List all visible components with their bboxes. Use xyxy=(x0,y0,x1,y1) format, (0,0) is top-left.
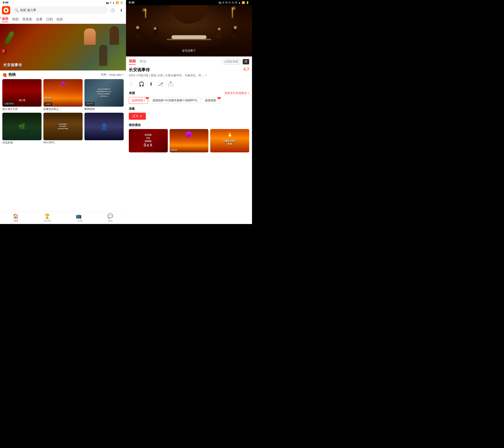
tab-following[interactable]: 追番 xyxy=(36,17,42,22)
search-query: 良医 第六季 xyxy=(20,8,36,12)
nav-home-label: 首页 xyxy=(14,219,18,223)
hot-section-title: 🍓 热映 xyxy=(2,72,16,77)
nav-mine-label: 我的 xyxy=(108,219,113,223)
font-icon-right: A xyxy=(223,1,224,4)
recommend-thumb-2: 😈 9月28日 xyxy=(170,129,209,152)
mine-icon: 💬 xyxy=(107,213,113,219)
header-icons: 🕐 ⬇ xyxy=(110,7,124,13)
official-site-link[interactable]: 官网：mysp.app > xyxy=(101,73,124,77)
movie-card-2[interactable]: 😈 9月28日 1080P 好像也没那么… xyxy=(43,79,83,111)
movie-name-2: 好像也没那么… xyxy=(43,107,83,111)
camera-icon-right: 📷 xyxy=(218,1,222,4)
movie-card-1[interactable]: 画江湖 12蓝光9日 画江湖之天罡 xyxy=(2,79,41,111)
history-icon[interactable]: 🕐 xyxy=(110,7,116,13)
logo-eye-icon xyxy=(3,8,9,13)
search-bar[interactable]: 🔍 良医 第六季 xyxy=(12,6,108,14)
tab-comments[interactable]: 评论 xyxy=(140,59,146,64)
movie-card-6[interactable]: 👤 xyxy=(85,113,124,144)
favorite-icon[interactable]: ☆ xyxy=(129,81,134,87)
source-label: 来源 xyxy=(129,91,135,95)
nav-mine[interactable]: 💬 我的 xyxy=(94,213,126,223)
source-btn-zhong[interactable]: 超级线路-中(加载失败换个线路即可) xyxy=(150,97,200,104)
movie-badge-1: 12蓝光9日 xyxy=(3,102,15,106)
danmaku-send-button[interactable]: 弹 xyxy=(243,59,249,64)
pause-icon: ⏸ xyxy=(140,115,142,118)
download-action-icon[interactable]: ⬇ xyxy=(149,81,153,87)
movie-card-5[interactable]: DICAPRIODE NIROGLADSTONE KILLERS... xyxy=(43,113,83,144)
hero-title: 长安诡事传 xyxy=(3,63,22,68)
nav-home[interactable]: 🏠 首页 xyxy=(0,213,32,223)
headphone-icon[interactable]: 🎧 xyxy=(139,81,144,87)
signal-icon-right: 📶 xyxy=(242,1,245,4)
nav-tabs: 推荐 韩剧 英美剧 追番 汉剧 短剧 xyxy=(0,15,126,24)
movie-thumb-5: DICAPRIODE NIROGLADSTONE xyxy=(43,113,83,140)
action-row: ☆ 🎧 ⬇ ⎇ 📩 xyxy=(129,80,249,88)
tab-us-uk[interactable]: 英美剧 xyxy=(22,17,32,22)
nav-together[interactable]: 📺 一起看 xyxy=(63,213,94,223)
movie-name-4: 河流奔涌 xyxy=(2,141,41,144)
zhihu-icon: 知 xyxy=(225,1,228,4)
home-icon: 🏠 xyxy=(13,213,19,219)
xian-icon: 陷 xyxy=(235,1,237,4)
movie-thumb-4: 🌿 xyxy=(2,113,41,140)
episode-label: 正片 xyxy=(132,114,139,118)
tab-recommend[interactable]: 推荐 xyxy=(2,17,8,22)
episode-main-button[interactable]: 正片 ⏸ xyxy=(129,113,146,120)
lun-icon: 沦 xyxy=(232,1,234,4)
nav-ranking[interactable]: 🏆 排行榜 xyxy=(32,213,63,223)
source-buttons: 超级线路-τ 1 超级线路-中(加载失败换个线路即可) 超级线路- 1 xyxy=(129,97,249,104)
source-btn-tau[interactable]: 超级线路-τ 1 xyxy=(129,97,148,104)
bai-icon: 白 xyxy=(228,1,231,4)
right-panel: 9:44 📷 A 知 白 沦 陷 ▲ 📶 🔋 xyxy=(126,0,252,224)
left-status-icons: 📷 A ▲ 📶 🔋 xyxy=(106,1,123,4)
show-title: 长安诡事传 xyxy=(129,67,150,72)
danmaku-input[interactable]: 点我发弹幕 xyxy=(222,59,241,65)
battery-icon: 🔋 xyxy=(120,1,123,4)
movie-name-5: KILLERS... xyxy=(43,141,83,144)
nav-ranking-label: 排行榜 xyxy=(44,219,51,223)
tab-video[interactable]: 视频 xyxy=(129,59,136,65)
right-status-time: 9:44 xyxy=(129,1,134,4)
source-row: 来源 更新至长安诡事传 > xyxy=(129,91,249,95)
tab-korean[interactable]: 韩剧 xyxy=(12,17,19,22)
recommend-card-2[interactable]: 😈 9月28日 xyxy=(170,129,209,152)
detail-section: 视频 评论 点我发弹幕 弹 长安诡事传 4.7 2023 | 中国大陆 | 悬疑… xyxy=(126,56,252,224)
search-icon: 🔍 xyxy=(15,9,19,12)
movie-card-3[interactable]: JULIA ROBERTSMAHERSHALA ALIETHAN HAWKEMY… xyxy=(85,79,124,111)
movie-thumb-3: JULIA ROBERTSMAHERSHALA ALIETHAN HAWKEMY… xyxy=(85,79,124,107)
nav-together-label: 一起看 xyxy=(75,219,82,223)
recommend-thumb-3: 🔥 好像也没那么热浪 xyxy=(210,129,249,152)
howto-sex-poster: HOW TO HAVE SeX xyxy=(129,129,168,152)
hero-banner[interactable]: 长安诡事传 长安诡事传 xyxy=(0,24,126,71)
tab-chinese[interactable]: 汉剧 xyxy=(46,17,53,22)
update-link[interactable]: 更新至长安诡事传 > xyxy=(224,91,249,95)
inbox-icon[interactable]: 📩 xyxy=(168,81,174,87)
right-status-bar: 9:44 📷 A 知 白 沦 陷 ▲ 📶 🔋 xyxy=(126,0,252,5)
font-icon: A xyxy=(110,1,111,4)
rating: 4.7 xyxy=(243,67,249,72)
right-status-icons: 📷 A 知 白 沦 陷 ▲ 📶 🔋 xyxy=(218,1,249,4)
signal-icon: 📶 xyxy=(116,1,119,4)
wifi-icon: ▲ xyxy=(112,1,115,4)
app-logo[interactable] xyxy=(2,6,10,15)
share-icon[interactable]: ⎇ xyxy=(158,81,163,87)
source-badge-3: 1 xyxy=(217,97,221,99)
movie-thumb-2: 😈 9月28日 1080P xyxy=(43,79,83,107)
recommend-card-1[interactable]: HOW TO HAVE SeX xyxy=(129,129,168,152)
ranking-icon: 🏆 xyxy=(44,213,50,219)
movie-name-1: 画江湖之天罡 xyxy=(2,107,41,111)
source-btn-other[interactable]: 超级线路- 1 xyxy=(202,97,220,104)
tab-short[interactable]: 短剧 xyxy=(56,17,63,22)
download-icon[interactable]: ⬇ xyxy=(118,7,124,13)
recommend-card-3[interactable]: 🔥 好像也没那么热浪 xyxy=(210,129,249,152)
recommend-grid: HOW TO HAVE SeX 😈 9月28日 xyxy=(129,129,249,152)
video-player[interactable]: 这毛还剩了 xyxy=(126,5,252,56)
detail-tabs: 视频 评论 点我发弹幕 弹 xyxy=(129,59,249,65)
battery-icon-right: 🔋 xyxy=(246,1,249,4)
movie-card-4[interactable]: 🌿 河流奔涌 xyxy=(2,113,41,144)
movie-grid: 画江湖 12蓝光9日 画江湖之天罡 😈 9月28日 1080P 好像也没那么… xyxy=(2,79,124,144)
left-status-bar: 9:44 📷 A ▲ 📶 🔋 xyxy=(0,0,126,5)
meta-info[interactable]: 2023 | 中国大陆 | 悬疑,古装 | 大唐永徽年间，天象异乱，民… > xyxy=(129,73,249,77)
recommend-label: 猜你喜欢 xyxy=(129,123,249,127)
app-header: 🔍 良医 第六季 🕐 ⬇ xyxy=(0,5,126,15)
